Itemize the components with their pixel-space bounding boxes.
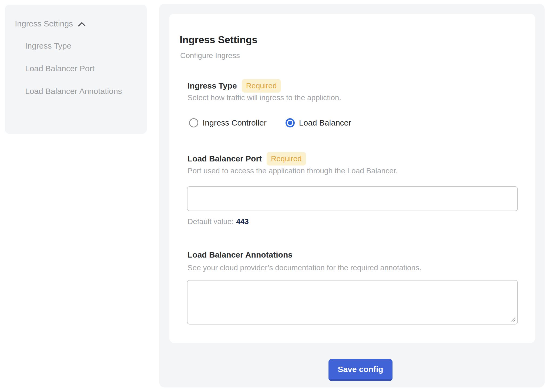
sidebar-item-ingress-type[interactable]: Ingress Type [25,38,133,54]
ingress-type-description: Select how traffic will ingress to the a… [187,93,341,102]
chevron-up-icon[interactable] [78,22,86,27]
radio-label-load-balancer[interactable]: Load Balancer [299,118,351,127]
sidebar-section-ingress-settings[interactable]: Ingress Settings [15,19,139,29]
radio-option-load-balancer[interactable]: Load Balancer [286,118,351,127]
load-balancer-port-label-row: Load Balancer Port Required [187,152,306,165]
default-value-label: Default value: [187,217,234,226]
ingress-type-radio-group: Ingress Controller Load Balancer [189,118,351,128]
sidebar-item-list: Ingress Type Load Balancer Port Load Bal… [25,38,139,99]
sidebar-section-title: Ingress Settings [15,19,73,29]
radio-option-ingress-controller[interactable]: Ingress Controller [189,118,267,127]
load-balancer-port-label: Load Balancer Port [187,154,262,163]
page-subtitle: Configure Ingress [180,51,240,60]
main-panel: Ingress Settings Configure Ingress Ingre… [159,4,545,387]
required-badge: Required [267,152,306,165]
sidebar-item-load-balancer-annotations[interactable]: Load Balancer Annotations [25,83,133,99]
ingress-settings-card: Ingress Settings Configure Ingress Ingre… [169,14,535,343]
resize-handle-icon[interactable] [510,316,516,322]
radio-selected-icon[interactable] [286,118,295,127]
load-balancer-annotations-textarea[interactable] [187,280,518,325]
page-title: Ingress Settings [180,35,257,45]
ingress-type-label-row: Ingress Type Required [187,79,281,93]
settings-sidebar: Ingress Settings Ingress Type Load Balan… [5,5,147,134]
load-balancer-port-description: Port used to access the application thro… [187,166,398,175]
sidebar-item-load-balancer-port[interactable]: Load Balancer Port [25,61,133,76]
radio-label-ingress-controller[interactable]: Ingress Controller [203,118,267,127]
radio-unselected-icon[interactable] [189,118,198,127]
load-balancer-annotations-description: See your cloud provider’s documentation … [187,263,421,272]
save-config-button[interactable]: Save config [328,359,393,381]
default-value-line: Default value:443 [187,217,249,226]
load-balancer-port-input[interactable] [187,186,518,211]
ingress-type-label: Ingress Type [187,81,237,90]
load-balancer-annotations-label: Load Balancer Annotations [187,250,293,259]
load-balancer-annotations-label-row: Load Balancer Annotations [187,248,293,262]
required-badge: Required [242,79,281,93]
load-balancer-annotations-field [187,280,518,325]
default-value: 443 [236,217,249,226]
